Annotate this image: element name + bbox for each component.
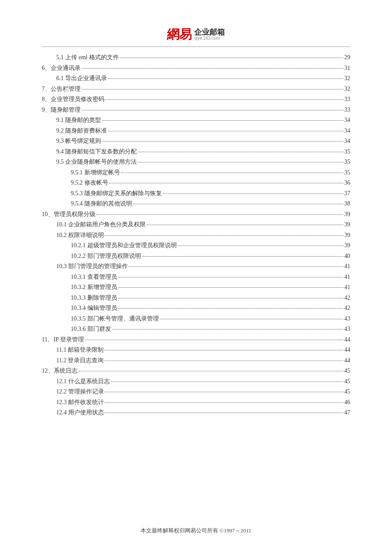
toc-entry[interactable]: 12.2 管理操作记录45 xyxy=(42,389,350,395)
toc-entry[interactable]: 9.5.3 随身邮绑定关系的解除与恢复37 xyxy=(42,191,350,197)
toc-page-number: 34 xyxy=(344,138,350,144)
toc-leader-dots xyxy=(78,371,343,371)
toc-page-number: 46 xyxy=(344,399,350,405)
toc-leader-dots xyxy=(118,287,344,288)
toc-label: 10.3.2 新增管理员 xyxy=(71,284,117,290)
toc-entry[interactable]: 9.5 企业随身邮帐号的使用方法35 xyxy=(42,159,350,165)
toc-label: 7、公告栏管理 xyxy=(42,86,81,92)
toc-label: 10、管理员权限分级 xyxy=(42,211,95,217)
toc-entry[interactable]: 10.3.6 部门群发43 xyxy=(42,326,350,332)
toc-label: 8、企业管理员修改密码 xyxy=(42,96,104,102)
logo: 網易 企业邮箱 qiye.163.com xyxy=(167,26,225,43)
toc-entry[interactable]: 12.4 用户使用状态47 xyxy=(42,410,350,416)
toc-leader-dots xyxy=(85,340,343,340)
toc-leader-dots xyxy=(105,402,343,403)
toc-label: 10.3.5 部门帐号管理、通讯录管理 xyxy=(71,316,159,322)
toc-leader-dots xyxy=(96,214,343,215)
toc-entry[interactable]: 9、随身邮管理33 xyxy=(42,107,350,113)
toc-entry[interactable]: 6.1 导出企业通讯录32 xyxy=(42,75,350,81)
toc-label: 6.1 导出企业通讯录 xyxy=(56,75,107,81)
toc-leader-dots xyxy=(81,68,343,69)
toc-entry[interactable]: 6、企业通讯录31 xyxy=(42,65,350,71)
toc-entry[interactable]: 12、系统日志45 xyxy=(42,368,350,374)
toc-entry[interactable]: 10、管理员权限分级39 xyxy=(42,211,350,217)
toc-leader-dots xyxy=(160,319,344,319)
toc-label: 10.1 企业邮箱用户角色分类及权限 xyxy=(56,222,146,228)
toc-leader-dots xyxy=(121,173,344,173)
toc-page-number: 37 xyxy=(344,191,350,197)
toc-leader-dots xyxy=(138,152,343,152)
toc-label: 11.2 登录日志查询 xyxy=(56,358,104,364)
toc-entry[interactable]: 7、公告栏管理32 xyxy=(42,86,350,92)
toc-page-number: 44 xyxy=(344,337,350,343)
toc-entry[interactable]: 11.1 邮箱登录限制44 xyxy=(42,347,350,353)
toc-entry[interactable]: 9.5.2 修改帐号36 xyxy=(42,180,350,186)
toc-entry[interactable]: 9.4 随身邮短信下发条数的分配35 xyxy=(42,149,350,155)
toc-leader-dots xyxy=(102,141,343,142)
toc-label: 12、系统日志 xyxy=(42,368,78,374)
toc-entry[interactable]: 11.2 登录日志查询44 xyxy=(42,358,350,364)
toc-page-number: 45 xyxy=(344,368,350,374)
toc-entry[interactable]: 9.1 随身邮的类型34 xyxy=(42,117,350,123)
toc-entry[interactable]: 8、企业管理员修改密码33 xyxy=(42,96,350,102)
toc-leader-dots xyxy=(108,78,343,79)
toc-page-number: 38 xyxy=(344,201,350,207)
toc-label: 9.5.2 修改帐号 xyxy=(71,180,108,186)
toc-leader-dots xyxy=(81,89,343,90)
logo-subtitle: qiye.163.com xyxy=(194,36,219,40)
toc-entry[interactable]: 10.3.4 编辑管理员42 xyxy=(42,305,350,311)
toc-entry[interactable]: 10.3.3 删除管理员42 xyxy=(42,295,350,301)
toc-leader-dots xyxy=(102,120,343,121)
toc-label: 9.5 企业随身邮帐号的使用方法 xyxy=(56,159,137,165)
toc-leader-dots xyxy=(108,131,343,131)
toc-leader-dots xyxy=(163,194,344,194)
toc-label: 12.1 什么是系统日志 xyxy=(56,379,110,384)
toc-label: 9.5.3 随身邮绑定关系的解除与恢复 xyxy=(71,191,162,197)
toc-entry[interactable]: 9.3 帐号绑定规则34 xyxy=(42,138,350,144)
toc-label: 6、企业通讯录 xyxy=(42,65,81,71)
toc-page-number: 35 xyxy=(344,149,350,155)
toc-page-number: 42 xyxy=(344,305,350,311)
toc-label: 11.1 邮箱登录限制 xyxy=(56,347,104,353)
toc-label: 12.3 邮件收发统计 xyxy=(56,399,104,405)
toc-page-number: 42 xyxy=(344,295,350,301)
toc-entry[interactable]: 10.3.5 部门帐号管理、通讯录管理43 xyxy=(42,316,350,322)
toc-entry[interactable]: 10.2.2 部门管理员权限说明40 xyxy=(42,253,350,259)
toc-entry[interactable]: 10.2 权限详细说明39 xyxy=(42,232,350,238)
toc-entry[interactable]: 10.2.1 超级管理员和企业管理员权限说明39 xyxy=(42,243,350,249)
toc-entry[interactable]: 12.1 什么是系统日志45 xyxy=(42,379,350,384)
toc-page-number: 39 xyxy=(344,211,350,217)
logo-title: 企业邮箱 xyxy=(194,28,225,36)
toc-entry[interactable]: 10.3.1 查看管理员41 xyxy=(42,274,350,280)
toc-page-number: 44 xyxy=(344,358,350,364)
toc-page-number: 41 xyxy=(344,274,350,280)
toc-entry[interactable]: 10.1 企业邮箱用户角色分类及权限39 xyxy=(42,222,350,228)
toc-leader-dots xyxy=(118,298,344,298)
toc-page-number: 36 xyxy=(344,180,350,186)
toc-leader-dots xyxy=(142,256,344,257)
toc-entry[interactable]: 9.5.1 新增绑定帐号35 xyxy=(42,170,350,176)
toc-label: 9.2 随身邮资费标准 xyxy=(56,128,107,134)
toc-page-number: 34 xyxy=(344,117,350,123)
toc-entry[interactable]: 11、IP 登录管理44 xyxy=(42,337,350,343)
toc-page-number: 47 xyxy=(344,410,350,416)
toc-entry[interactable]: 12.3 邮件收发统计46 xyxy=(42,399,350,405)
toc-page-number: 34 xyxy=(344,128,350,134)
toc-leader-dots xyxy=(112,329,344,330)
toc-entry[interactable]: 9.5.4 随身邮的其他说明38 xyxy=(42,201,350,207)
toc-label: 5.1 上传 eml 格式的文件 xyxy=(56,55,119,61)
page-header: 網易 企业邮箱 qiye.163.com xyxy=(42,26,350,47)
toc-page-number: 39 xyxy=(344,232,350,238)
toc-leader-dots xyxy=(118,308,344,309)
toc-page-number: 35 xyxy=(344,170,350,176)
toc-entry[interactable]: 10.3.2 新增管理员41 xyxy=(42,284,350,290)
toc-page-number: 41 xyxy=(344,263,350,269)
toc-page-number: 39 xyxy=(344,243,350,249)
toc-entry[interactable]: 5.1 上传 eml 格式的文件29 xyxy=(42,55,350,61)
toc-entry[interactable]: 9.2 随身邮资费标准34 xyxy=(42,128,350,134)
toc-label: 9.4 随身邮短信下发条数的分配 xyxy=(56,149,137,155)
toc-entry[interactable]: 10.3 部门管理员的管理操作41 xyxy=(42,263,350,269)
toc-label: 9.1 随身邮的类型 xyxy=(56,117,101,123)
toc-label: 12.4 用户使用状态 xyxy=(56,410,104,416)
toc-leader-dots xyxy=(129,266,343,267)
